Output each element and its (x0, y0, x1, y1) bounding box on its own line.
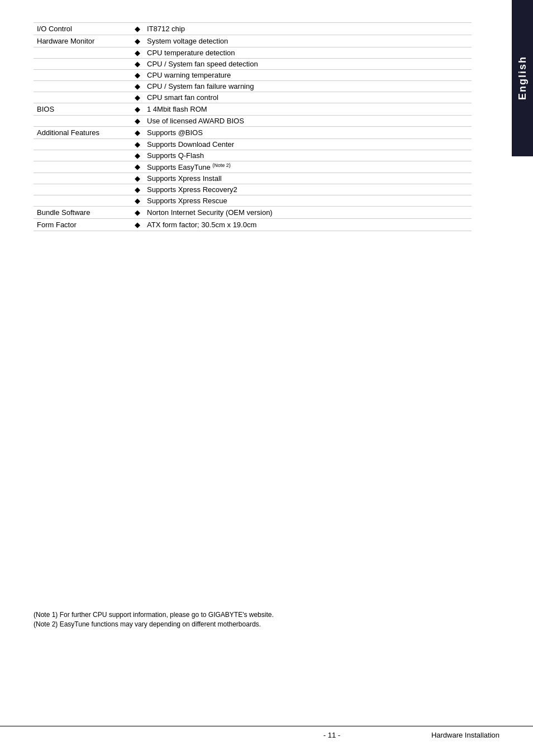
row-value: CPU / System fan speed detection (144, 59, 472, 70)
bullet-icon: ◆ (131, 35, 144, 47)
row-value: Supports Xpress Rescue (144, 195, 472, 207)
row-label (34, 139, 131, 150)
row-label: Form Factor (34, 219, 131, 231)
table-row: ◆CPU temperature detection (34, 47, 472, 59)
row-label: Hardware Monitor (34, 35, 131, 47)
side-tab: English (512, 0, 533, 156)
table-row: Additional Features◆Supports @BIOS (34, 127, 472, 139)
footer: - 11 - Hardware Installation (0, 726, 533, 739)
bullet-icon: ◆ (131, 207, 144, 219)
bullet-icon: ◆ (131, 150, 144, 161)
row-value: Supports EasyTune (Note 2) (144, 161, 472, 173)
row-value: CPU / System fan failure warning (144, 81, 472, 92)
row-value: CPU temperature detection (144, 47, 472, 59)
row-value: Use of licensed AWARD BIOS (144, 116, 472, 127)
row-value: Supports Xpress Install (144, 173, 472, 184)
row-value: Supports Xpress Recovery2 (144, 184, 472, 195)
table-row: ◆Supports EasyTune (Note 2) (34, 161, 472, 173)
row-value: Supports @BIOS (144, 127, 472, 139)
table-row: ◆CPU smart fan control (34, 92, 472, 103)
row-label (34, 173, 131, 184)
bullet-icon: ◆ (131, 173, 144, 184)
table-row: ◆CPU / System fan failure warning (34, 81, 472, 92)
table-row: ◆CPU warning temperature (34, 70, 472, 81)
bullet-icon: ◆ (131, 103, 144, 116)
footer-page-number: - 11 - (232, 731, 431, 739)
row-label (34, 70, 131, 81)
bullet-icon: ◆ (131, 184, 144, 195)
bullet-icon: ◆ (131, 70, 144, 81)
bullet-icon: ◆ (131, 47, 144, 59)
table-row: ◆Supports Q-Flash (34, 150, 472, 161)
row-value: Norton Internet Security (OEM version) (144, 207, 472, 219)
row-value: ATX form factor; 30.5cm x 19.0cm (144, 219, 472, 231)
row-label (34, 59, 131, 70)
table-row: ◆Supports Xpress Install (34, 173, 472, 184)
row-label (34, 116, 131, 127)
bullet-icon: ◆ (131, 59, 144, 70)
row-label (34, 92, 131, 103)
row-value: 1 4Mbit flash ROM (144, 103, 472, 116)
bullet-icon: ◆ (131, 81, 144, 92)
note2-text: (Note 2) EasyTune functions may vary dep… (34, 620, 533, 628)
bullet-icon: ◆ (131, 23, 144, 35)
table-row: BIOS◆1 4Mbit flash ROM (34, 103, 472, 116)
row-value: IT8712 chip (144, 23, 472, 35)
note1-text: (Note 1) For further CPU support informa… (34, 611, 533, 619)
row-label (34, 47, 131, 59)
row-value: CPU smart fan control (144, 92, 472, 103)
row-label: Additional Features (34, 127, 131, 139)
row-value: System voltage detection (144, 35, 472, 47)
table-row: ◆Supports Xpress Recovery2 (34, 184, 472, 195)
spec-table: I/O Control◆IT8712 chipHardware Monitor◆… (34, 22, 472, 231)
row-label (34, 150, 131, 161)
bullet-icon: ◆ (131, 139, 144, 150)
bullet-icon: ◆ (131, 127, 144, 139)
row-label: BIOS (34, 103, 131, 116)
superscript-note: (Note 2) (212, 162, 231, 168)
row-label (34, 161, 131, 173)
table-row: Hardware Monitor◆System voltage detectio… (34, 35, 472, 47)
table-row: ◆Use of licensed AWARD BIOS (34, 116, 472, 127)
row-label (34, 184, 131, 195)
bullet-icon: ◆ (131, 116, 144, 127)
bullet-icon: ◆ (131, 195, 144, 207)
table-row: Bundle Software◆Norton Internet Security… (34, 207, 472, 219)
bullet-icon: ◆ (131, 161, 144, 173)
row-value: Supports Q-Flash (144, 150, 472, 161)
row-label: Bundle Software (34, 207, 131, 219)
table-row: Form Factor◆ATX form factor; 30.5cm x 19… (34, 219, 472, 231)
bullet-icon: ◆ (131, 219, 144, 231)
table-row: I/O Control◆IT8712 chip (34, 23, 472, 35)
row-value: CPU warning temperature (144, 70, 472, 81)
main-content: I/O Control◆IT8712 chipHardware Monitor◆… (34, 22, 499, 231)
table-row: ◆Supports Xpress Rescue (34, 195, 472, 207)
notes-section: (Note 1) For further CPU support informa… (34, 611, 533, 628)
bullet-icon: ◆ (131, 92, 144, 103)
table-row: ◆Supports Download Center (34, 139, 472, 150)
table-row: ◆CPU / System fan speed detection (34, 59, 472, 70)
row-label (34, 81, 131, 92)
row-value: Supports Download Center (144, 139, 472, 150)
footer-right-text: Hardware Installation (431, 731, 499, 739)
row-label: I/O Control (34, 23, 131, 35)
row-label (34, 195, 131, 207)
side-tab-label: English (517, 56, 529, 100)
